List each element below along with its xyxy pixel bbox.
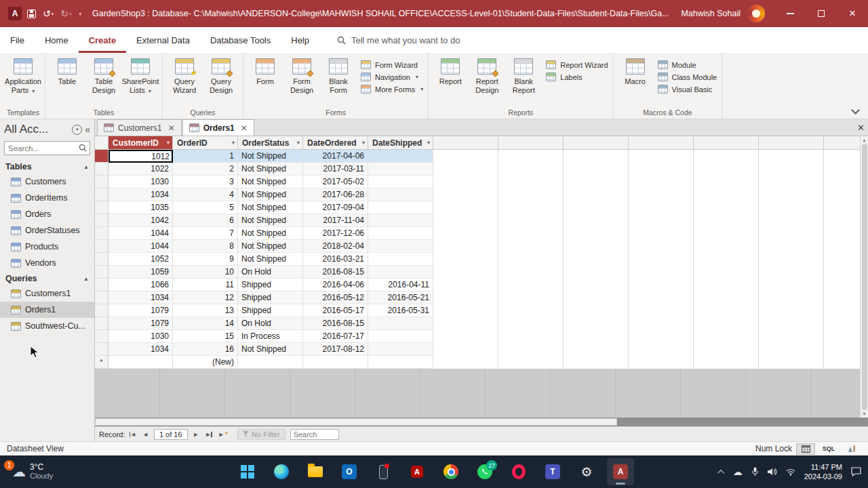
- cell[interactable]: [368, 150, 433, 163]
- ribbon-tab-external-data[interactable]: External Data: [126, 27, 200, 53]
- tell-me-box[interactable]: Tell me what you want to do: [337, 27, 460, 53]
- user-avatar[interactable]: [747, 5, 765, 22]
- minimize-button[interactable]: [774, 0, 806, 27]
- form-button[interactable]: Form: [247, 55, 283, 86]
- next-record-button[interactable]: ►: [191, 431, 201, 438]
- cell[interactable]: 1035: [108, 201, 173, 214]
- sql-view-button[interactable]: SQL: [819, 443, 838, 455]
- collapse-ribbon-icon[interactable]: [851, 106, 860, 115]
- column-header-customerid[interactable]: CustomerID▾: [108, 136, 173, 150]
- cell[interactable]: 15: [173, 330, 238, 343]
- taskbar-teams-button[interactable]: T: [539, 458, 566, 485]
- close-tab-icon[interactable]: ✕: [168, 123, 175, 133]
- taskbar-acrobat-button[interactable]: A: [403, 458, 431, 485]
- module-button[interactable]: Module: [658, 60, 717, 69]
- row-selector[interactable]: [95, 266, 108, 279]
- cell[interactable]: Shipped: [238, 304, 303, 317]
- cell[interactable]: 2016-04-11: [368, 279, 433, 291]
- cell[interactable]: 1079: [108, 317, 173, 330]
- cell[interactable]: Not Shipped: [238, 343, 303, 356]
- row-selector[interactable]: [95, 279, 108, 291]
- redo-button[interactable]: ↻▾: [60, 9, 71, 18]
- customize-qat-button[interactable]: ▾: [79, 12, 82, 16]
- save-button[interactable]: [27, 9, 36, 18]
- new-record-button[interactable]: ►*: [216, 430, 230, 439]
- taskbar-start-button[interactable]: [234, 458, 261, 485]
- cell[interactable]: 2016-08-15: [303, 317, 368, 330]
- cell[interactable]: 5: [173, 201, 238, 214]
- navigation-button[interactable]: Navigation▾: [361, 73, 423, 81]
- row-selector[interactable]: [95, 291, 108, 304]
- column-header-dateordered[interactable]: DateOrdered▾: [303, 136, 368, 150]
- maximize-button[interactable]: [806, 0, 837, 27]
- horizontal-scrollbar[interactable]: [95, 418, 868, 426]
- cell[interactable]: 1030: [108, 176, 173, 188]
- cell[interactable]: 2017-12-06: [303, 227, 368, 240]
- cell[interactable]: Not Shipped: [238, 201, 303, 214]
- row-selector[interactable]: [95, 176, 108, 188]
- cell[interactable]: Not Shipped: [238, 163, 303, 176]
- cell[interactable]: [368, 330, 433, 343]
- cell[interactable]: [368, 201, 433, 214]
- cell[interactable]: 2017-06-28: [303, 188, 368, 201]
- cell[interactable]: Not Shipped: [238, 176, 303, 188]
- undo-button[interactable]: ↺▾: [43, 9, 54, 18]
- filter-dropdown-icon[interactable]: ▾: [165, 140, 170, 146]
- cell[interactable]: 1012: [108, 150, 173, 163]
- ribbon-tab-create[interactable]: Create: [79, 27, 126, 53]
- sidebar-item-customers1[interactable]: Customers1: [0, 285, 94, 302]
- sidebar-item-customers[interactable]: Customers: [0, 174, 94, 190]
- taskbar-settings-button[interactable]: ⚙: [573, 458, 600, 485]
- tab-orders1[interactable]: Orders1✕: [182, 119, 254, 136]
- labels-button[interactable]: Labels: [546, 73, 608, 81]
- cell[interactable]: 2016-04-06: [303, 279, 368, 291]
- cell[interactable]: 16: [173, 343, 238, 356]
- sidebar-item-orderstatuses[interactable]: OrderStatuses: [0, 222, 94, 239]
- cell[interactable]: 7: [173, 227, 238, 240]
- cell[interactable]: [368, 253, 433, 266]
- taskbar-access-button[interactable]: A: [607, 458, 634, 485]
- cell[interactable]: 2017-11-04: [303, 214, 368, 227]
- taskbar-phone-link-button[interactable]: [370, 458, 397, 485]
- nav-menu-icon[interactable]: ▾: [72, 125, 82, 135]
- cell[interactable]: Shipped: [238, 279, 303, 291]
- report-button[interactable]: Report: [432, 55, 469, 86]
- sidebar-item-orders1[interactable]: Orders1: [0, 302, 94, 318]
- cell[interactable]: 1066: [108, 279, 173, 291]
- report-wizard-button[interactable]: Report Wizard: [546, 60, 608, 69]
- cell[interactable]: 2017-05-02: [303, 176, 368, 188]
- filter-dropdown-icon[interactable]: ▾: [296, 140, 300, 146]
- table-design-button[interactable]: Table Design: [85, 55, 122, 95]
- weather-widget[interactable]: 1 ☁ 3°C Cloudy: [0, 455, 61, 488]
- row-selector[interactable]: [95, 343, 108, 356]
- cell[interactable]: 1044: [108, 240, 173, 253]
- cell[interactable]: Not Shipped: [238, 188, 303, 201]
- nav-search-input[interactable]: [4, 141, 90, 155]
- macro-button[interactable]: Macro: [617, 55, 654, 86]
- ribbon-tab-file[interactable]: File: [0, 27, 35, 53]
- row-selector[interactable]: [95, 253, 108, 266]
- cell[interactable]: 6: [173, 214, 238, 227]
- application-parts-button[interactable]: Application Parts ▾: [5, 55, 41, 96]
- nav-pane-title[interactable]: All Acc...: [4, 123, 69, 136]
- cell[interactable]: 2016-07-17: [303, 330, 368, 343]
- cell[interactable]: [368, 266, 433, 279]
- close-tab-icon[interactable]: ✕: [241, 123, 248, 133]
- close-object-icon[interactable]: ✕: [857, 123, 865, 133]
- row-selector[interactable]: [95, 330, 108, 343]
- cell[interactable]: 1034: [108, 291, 173, 304]
- taskbar-opera-button[interactable]: [505, 458, 532, 485]
- row-selector[interactable]: [95, 150, 108, 163]
- cell[interactable]: 2016-05-17: [303, 304, 368, 317]
- record-position[interactable]: 1 of 16: [154, 429, 188, 440]
- vertical-scrollbar[interactable]: ▲ ▼: [860, 136, 868, 418]
- sidebar-item-orderitems[interactable]: OrderItems: [0, 190, 94, 206]
- cell[interactable]: 2017-08-12: [303, 343, 368, 356]
- form-wizard-button[interactable]: Form Wizard: [361, 60, 423, 69]
- sidebar-item-products[interactable]: Products: [0, 239, 94, 255]
- hidden-icons-chevron-icon[interactable]: [719, 470, 724, 474]
- visual-basic-button[interactable]: Visual Basic: [658, 85, 717, 94]
- shutter-bar-collapse-icon[interactable]: «: [85, 124, 90, 135]
- table-button[interactable]: Table: [49, 55, 85, 86]
- row-selector[interactable]: [95, 240, 108, 253]
